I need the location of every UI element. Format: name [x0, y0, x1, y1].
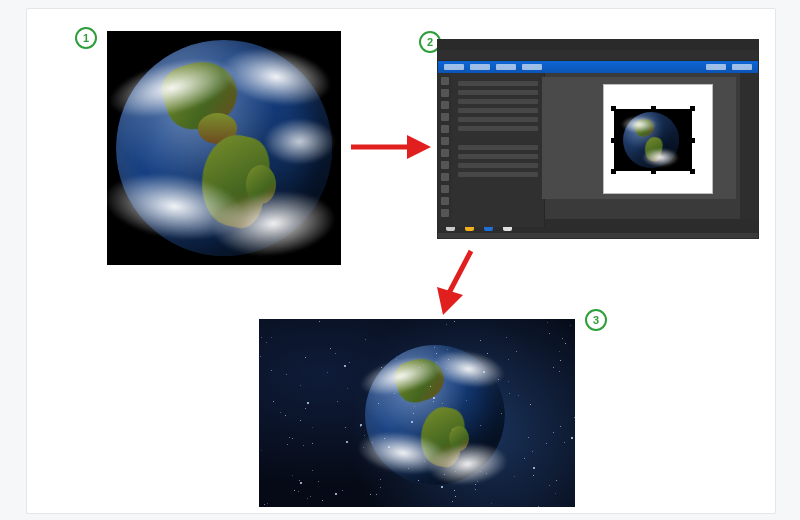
editor-canvas[interactable] — [542, 77, 736, 199]
tutorial-card: 1 2 3 — [26, 8, 776, 514]
step-badge-3: 3 — [585, 309, 607, 331]
step-1-source-image — [107, 31, 341, 265]
step-3-result-image — [259, 319, 575, 507]
step-2-editor-window — [437, 39, 759, 239]
editor-ribbon[interactable] — [438, 61, 758, 73]
svg-marker-3 — [437, 287, 463, 315]
editor-left-panel[interactable] — [452, 73, 545, 227]
editor-tool-strip[interactable] — [438, 73, 452, 227]
editor-right-panel[interactable] — [740, 73, 758, 219]
svg-marker-1 — [407, 135, 431, 159]
earth-globe — [116, 40, 332, 256]
editor-menubar[interactable] — [438, 50, 758, 61]
editor-page — [604, 85, 712, 193]
arrow-1-to-2 — [347, 127, 433, 167]
editor-placed-image[interactable] — [614, 109, 692, 171]
step-badge-1: 1 — [75, 27, 97, 49]
arrow-2-to-3 — [427, 245, 487, 317]
editor-titlebar — [438, 40, 758, 50]
earth-globe-result — [365, 345, 505, 485]
svg-line-2 — [449, 251, 471, 293]
